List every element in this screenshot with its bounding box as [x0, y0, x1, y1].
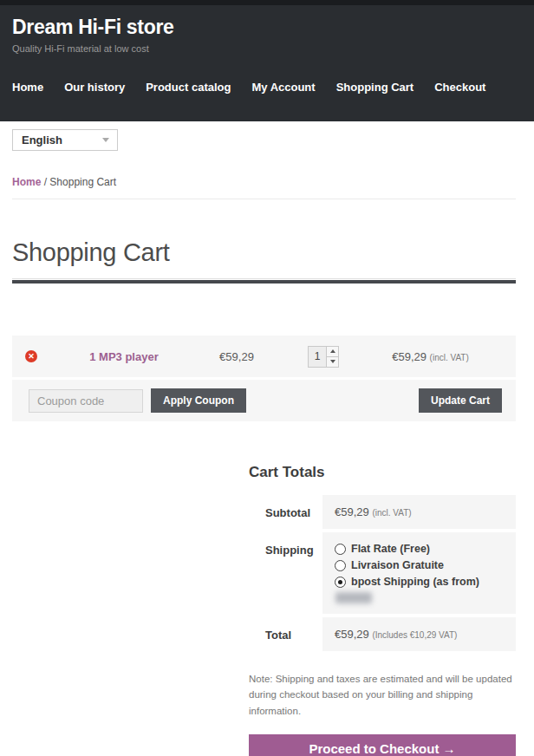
apply-coupon-button[interactable]: Apply Coupon	[151, 388, 246, 413]
breadcrumb-separator: /	[41, 176, 49, 188]
quantity-up-icon[interactable]	[327, 347, 338, 357]
product-price: €59,29	[198, 350, 276, 363]
shipping-option-livraison-gratuite[interactable]: Livraison Gratuite	[335, 559, 504, 571]
language-select[interactable]: English	[12, 129, 118, 151]
total-label: Total	[249, 617, 322, 651]
shipping-tax-note: Note: Shipping and taxes are estimated a…	[249, 671, 519, 719]
site-tagline: Quality Hi-Fi material at low cost	[12, 43, 534, 54]
cart-table: ✕ 1 MP3 player €59,29 1 €59,29 (incl. VA…	[12, 336, 516, 421]
shipping-option-flat-rate[interactable]: Flat Rate (Free)	[335, 543, 504, 555]
shipping-option-bpost[interactable]: bpost Shipping (as from)	[335, 576, 504, 588]
title-rule-dark	[12, 280, 516, 284]
breadcrumb-current: Shopping Cart	[49, 176, 116, 188]
main-nav: Home Our history Product catalog My Acco…	[12, 81, 534, 94]
cart-item-row: ✕ 1 MP3 player €59,29 1 €59,29 (incl. VA…	[12, 336, 516, 377]
coupon-code-input[interactable]	[29, 389, 143, 413]
quantity-stepper[interactable]: 1	[308, 346, 339, 368]
product-name-link[interactable]: 1 MP3 player	[89, 350, 159, 363]
title-rule-light	[12, 278, 516, 279]
shipping-price-blurred	[335, 592, 372, 603]
subtotal-label: Subtotal	[249, 495, 322, 529]
shipping-row: Shipping Flat Rate (Free) Livraison Grat…	[249, 532, 516, 614]
nav-item-checkout[interactable]: Checkout	[434, 81, 485, 94]
line-total-suffix: (incl. VAT)	[430, 353, 469, 362]
total-value: €59,29 (Includes €10,29 VAT)	[322, 617, 516, 651]
subtotal-value: €59,29 (incl. VAT)	[322, 495, 516, 529]
quantity-down-icon[interactable]	[327, 357, 338, 367]
page-title: Shopping Cart	[12, 238, 516, 267]
cart-actions-row: Apply Coupon Update Cart	[12, 380, 516, 421]
nav-item-my-account[interactable]: My Account	[251, 81, 315, 94]
site-header: Dream Hi-Fi store Quality Hi-Fi material…	[0, 0, 534, 121]
breadcrumb: Home / Shopping Cart	[12, 176, 516, 188]
shipping-label: Shipping	[249, 532, 322, 614]
breadcrumb-home-link[interactable]: Home	[12, 176, 41, 188]
site-title: Dream Hi-Fi store	[12, 16, 534, 39]
cart-totals-section: Cart Totals Subtotal €59,29 (incl. VAT) …	[249, 464, 516, 651]
update-cart-button[interactable]: Update Cart	[419, 388, 502, 413]
language-select-value: English	[22, 134, 62, 147]
cart-totals-heading: Cart Totals	[249, 464, 516, 481]
proceed-to-checkout-button[interactable]: Proceed to Checkout →	[249, 734, 516, 756]
radio-icon[interactable]	[335, 560, 346, 571]
quantity-value: 1	[309, 347, 326, 367]
shipping-options: Flat Rate (Free) Livraison Gratuite bpos…	[322, 532, 516, 614]
nav-item-shopping-cart[interactable]: Shopping Cart	[336, 81, 414, 94]
nav-item-home[interactable]: Home	[12, 81, 43, 94]
radio-selected-icon[interactable]	[335, 577, 346, 588]
remove-item-icon[interactable]: ✕	[25, 350, 37, 362]
nav-item-our-history[interactable]: Our history	[64, 81, 125, 94]
breadcrumb-divider	[12, 199, 516, 199]
subtotal-row: Subtotal €59,29 (incl. VAT)	[249, 495, 516, 529]
line-total: €59,29 (incl. VAT)	[371, 350, 516, 363]
radio-icon[interactable]	[335, 544, 346, 555]
line-total-value: €59,29	[392, 350, 427, 363]
nav-item-product-catalog[interactable]: Product catalog	[146, 81, 231, 94]
total-row: Total €59,29 (Includes €10,29 VAT)	[249, 617, 516, 651]
chevron-down-icon	[102, 138, 109, 142]
